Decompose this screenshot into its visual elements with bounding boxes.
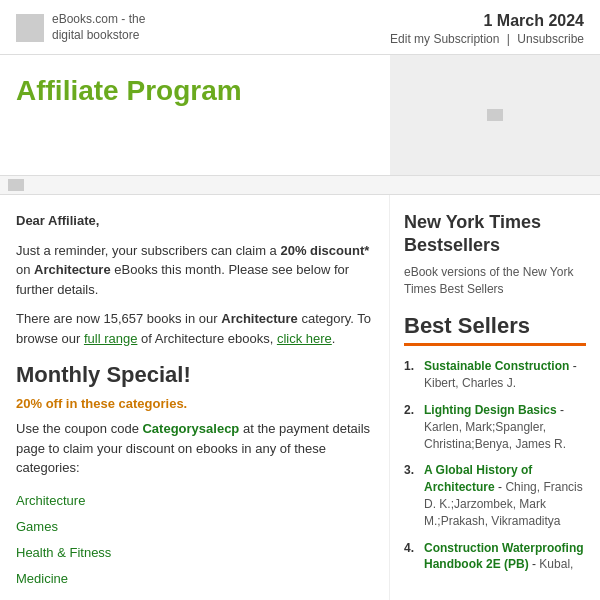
header: eBooks.com - the digital bookstore 1 Mar…: [0, 0, 600, 55]
main-content: Dear Affiliate, Just a reminder, your su…: [0, 195, 600, 600]
category-link-health[interactable]: Health & Fitness: [16, 540, 373, 566]
header-links: Edit my Subscription | Unsubscribe: [390, 32, 584, 46]
full-range-link[interactable]: full range: [84, 331, 137, 346]
left-column: Dear Affiliate, Just a reminder, your su…: [0, 195, 390, 600]
pipe-separator: |: [507, 32, 510, 46]
para2-prefix: There are now 15,657 books in our: [16, 311, 221, 326]
category-link-games[interactable]: Games: [16, 514, 373, 540]
monthly-title: Monthly Special!: [16, 362, 373, 388]
banner-image: [390, 55, 600, 175]
para1-suffix: on: [16, 262, 34, 277]
para2-end: .: [332, 331, 336, 346]
list-item: A Global History of Architecture - Ching…: [404, 462, 586, 529]
category-links: Architecture Games Health & Fitness Medi…: [16, 488, 373, 601]
para2-category: Architecture: [221, 311, 298, 326]
para2-middle: of Architecture ebooks,: [137, 331, 276, 346]
bestsellers-list: Sustainable Construction - Kibert, Charl…: [404, 358, 586, 573]
book-author-1: Kibert, Charles J.: [424, 376, 516, 390]
header-date: 1 March 2024: [390, 12, 584, 30]
image-row: [0, 175, 600, 195]
discount-text: 20% off in these categories.: [16, 396, 373, 411]
logo-area: eBooks.com - the digital bookstore: [16, 12, 145, 43]
unsubscribe-link[interactable]: Unsubscribe: [517, 32, 584, 46]
list-item: Sustainable Construction - Kibert, Charl…: [404, 358, 586, 392]
category-link-religion[interactable]: Religion: [16, 592, 373, 601]
discount-bold: 20% discount*: [280, 243, 369, 258]
bestsellers-divider: [404, 343, 586, 346]
book-dash-2: -: [560, 403, 564, 417]
click-here-link[interactable]: click here: [277, 331, 332, 346]
book-title-2[interactable]: Lighting Design Basics: [424, 403, 557, 417]
right-column: New York Times Bestsellers eBook version…: [390, 195, 600, 600]
greeting: Dear Affiliate,: [16, 211, 373, 231]
banner-img-placeholder: [487, 109, 503, 121]
category-link-medicine[interactable]: Medicine: [16, 566, 373, 592]
banner-left: Affiliate Program: [0, 55, 390, 175]
para2: There are now 15,657 books in our Archit…: [16, 309, 373, 348]
category-link-architecture[interactable]: Architecture: [16, 488, 373, 514]
affiliate-title: Affiliate Program: [16, 75, 374, 107]
para1-category: Architecture: [34, 262, 111, 277]
coupon-para: Use the coupon code Categorysalecp at th…: [16, 419, 373, 478]
book-title-1[interactable]: Sustainable Construction: [424, 359, 569, 373]
list-item: Lighting Design Basics - Karlen, Mark;Sp…: [404, 402, 586, 452]
logo-icon: [16, 14, 44, 42]
image-row-placeholder: [8, 179, 24, 191]
nyt-subtitle: eBook versions of the New York Times Bes…: [404, 264, 586, 298]
book-author-2: Karlen, Mark;Spangler, Christina;Benya, …: [424, 420, 566, 451]
nyt-title: New York Times Bestsellers: [404, 211, 586, 258]
coupon-code: Categorysalecp: [142, 421, 239, 436]
banner-area: Affiliate Program: [0, 55, 600, 175]
header-right: 1 March 2024 Edit my Subscription | Unsu…: [390, 12, 584, 46]
list-item: Construction Waterproofing Handbook 2E (…: [404, 540, 586, 574]
para1-prefix: Just a reminder, your subscribers can cl…: [16, 243, 280, 258]
bestsellers-title: Best Sellers: [404, 313, 586, 339]
edit-subscription-link[interactable]: Edit my Subscription: [390, 32, 499, 46]
logo-line2: digital bookstore: [52, 28, 139, 42]
logo-text: eBooks.com - the digital bookstore: [52, 12, 145, 43]
para1: Just a reminder, your subscribers can cl…: [16, 241, 373, 300]
book-author-4: Kubal,: [539, 557, 573, 571]
coupon-prefix: Use the coupon code: [16, 421, 142, 436]
logo-line1: eBooks.com - the: [52, 12, 145, 26]
book-dash-1: -: [573, 359, 577, 373]
